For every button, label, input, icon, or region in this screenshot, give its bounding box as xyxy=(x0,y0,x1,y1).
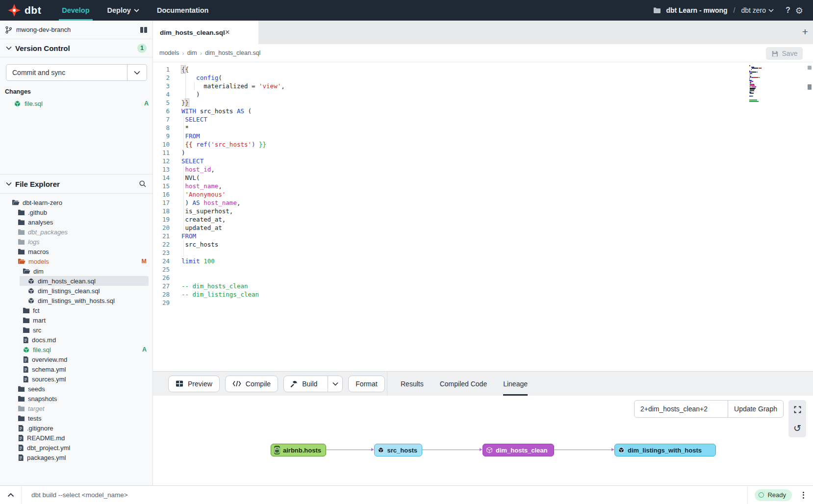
folder-icon xyxy=(653,7,661,14)
compile-button[interactable]: Compile xyxy=(225,376,278,392)
tree-item[interactable]: packages.yml xyxy=(0,453,152,462)
update-graph-button[interactable]: Update Graph xyxy=(728,401,783,417)
line-number: 24 xyxy=(153,257,170,265)
breadcrumb-item[interactable]: dim_hosts_clean.sql xyxy=(205,50,260,56)
tree-item[interactable]: .gitignore xyxy=(0,423,152,433)
code-line: 28-- dim_listings_clean xyxy=(153,290,813,299)
tree-item[interactable]: docs.md xyxy=(0,335,152,345)
line-number: 7 xyxy=(153,115,170,124)
command-input[interactable] xyxy=(22,486,747,504)
scrollbar-mark[interactable] xyxy=(808,66,812,70)
tree-item-label: macros xyxy=(28,248,49,255)
dbt-logo[interactable]: dbt xyxy=(8,4,41,17)
tree-item[interactable]: tests xyxy=(0,413,152,423)
line-number: 13 xyxy=(153,165,170,174)
tree-item[interactable]: sources.yml xyxy=(0,374,152,384)
tree-item[interactable]: dbt_packages xyxy=(0,227,152,237)
chevron-up-icon xyxy=(7,493,14,497)
tree-item[interactable]: dbt_project.yml xyxy=(0,443,152,453)
tree-item[interactable]: macros xyxy=(0,247,152,256)
status-badge[interactable]: Ready xyxy=(755,489,792,501)
reset-view-icon[interactable]: ↺ xyxy=(788,419,806,437)
code-line: 17 ) AS host_name, xyxy=(153,199,813,207)
nav-item-deploy[interactable]: Deploy xyxy=(107,0,139,21)
tree-item[interactable]: dim_listings_clean.sql xyxy=(0,286,152,296)
tree-item[interactable]: dim xyxy=(0,266,152,276)
lineage-selector-input[interactable] xyxy=(635,401,728,417)
tree-item[interactable]: overview.md xyxy=(0,354,152,364)
search-icon[interactable] xyxy=(139,180,147,188)
model-icon xyxy=(23,346,30,353)
tree-item[interactable]: analyses xyxy=(0,217,152,227)
tree-item[interactable]: fct xyxy=(0,305,152,315)
tree-item[interactable]: dbt-learn-zero xyxy=(0,198,152,207)
tree-item[interactable]: target xyxy=(0,403,152,413)
code-editor[interactable]: 1{{2 config(3 materialized = 'view',4 )5… xyxy=(153,62,813,371)
version-control-header[interactable]: Version Control 1 xyxy=(0,39,152,57)
tree-item[interactable]: README.md xyxy=(0,433,152,443)
kebab-menu-icon[interactable] xyxy=(801,490,806,501)
file-explorer-header[interactable]: File Explorer xyxy=(0,174,152,194)
folder-icon xyxy=(18,395,25,402)
lineage-node-model[interactable]: dim_listings_with_hosts xyxy=(614,444,716,456)
commit-and-sync-button[interactable]: Commit and sync xyxy=(6,64,147,81)
lineage-edge xyxy=(554,450,613,450)
fullscreen-icon[interactable] xyxy=(788,400,806,419)
commit-options-dropdown[interactable] xyxy=(127,65,147,80)
code-line: 18 is_superhost, xyxy=(153,207,813,215)
tree-item-label: target xyxy=(28,405,44,412)
nav-item-develop[interactable]: Develop xyxy=(62,0,89,21)
tree-item[interactable]: snapshots xyxy=(0,394,152,403)
breadcrumb-item[interactable]: models xyxy=(159,50,179,56)
minimap[interactable] xyxy=(749,65,769,103)
line-number: 2 xyxy=(153,74,170,82)
folder-icon xyxy=(23,317,30,324)
nav-item-documentation[interactable]: Documentation xyxy=(157,0,209,21)
scrollbar-mark[interactable] xyxy=(808,84,812,90)
top-nav: dbt Develop Deploy Documentation dbt Lea… xyxy=(0,0,813,21)
file-icon xyxy=(18,425,24,432)
file-icon xyxy=(23,376,29,383)
tree-item-label: analyses xyxy=(28,219,53,226)
tree-item[interactable]: file.sqlA xyxy=(0,345,152,354)
tree-item[interactable]: modelsM xyxy=(0,256,152,266)
breadcrumb-item[interactable]: dim xyxy=(187,50,197,56)
tab-results[interactable]: Results xyxy=(401,372,424,396)
tree-item[interactable]: dim_listings_with_hosts.sql xyxy=(0,296,152,305)
file-icon xyxy=(23,366,29,373)
tree-item[interactable]: src xyxy=(0,325,152,335)
model-icon xyxy=(27,287,35,295)
chevron-down-icon xyxy=(6,182,12,186)
tree-item[interactable]: schema.yml xyxy=(0,364,152,374)
line-number: 28 xyxy=(153,290,170,299)
tree-item[interactable]: seeds xyxy=(0,384,152,394)
save-button[interactable]: Save xyxy=(766,47,803,60)
editor-tab[interactable]: dim_hosts_clean.sql × xyxy=(153,21,258,44)
build-button[interactable]: Build xyxy=(283,376,343,392)
tab-compiled-code[interactable]: Compiled Code xyxy=(440,372,487,396)
tree-item-label: dbt-learn-zero xyxy=(23,199,62,206)
lineage-node-model[interactable]: src_hosts xyxy=(374,444,422,456)
help-icon[interactable]: ? xyxy=(786,6,790,15)
project-name[interactable]: dbt Learn - mwong xyxy=(666,6,727,14)
build-options-dropdown[interactable] xyxy=(328,376,342,392)
preview-button[interactable]: Preview xyxy=(168,376,220,392)
tree-item[interactable]: dim_hosts_clean.sql xyxy=(0,276,152,286)
format-button[interactable]: Format xyxy=(348,376,384,392)
tab-lineage[interactable]: Lineage xyxy=(503,372,528,396)
new-tab-button[interactable]: + xyxy=(802,26,808,38)
expand-panel-chevron[interactable] xyxy=(0,486,22,504)
lineage-edge xyxy=(326,450,373,450)
changed-file-row[interactable]: file.sql A xyxy=(0,98,152,109)
close-icon[interactable]: × xyxy=(225,27,230,37)
lineage-node-model[interactable]: dim_hosts_clean xyxy=(483,444,554,456)
tree-item[interactable]: logs xyxy=(0,237,152,247)
environment-selector[interactable]: dbt zero xyxy=(741,6,774,14)
tree-item[interactable]: .github xyxy=(0,207,152,217)
split-view-icon[interactable] xyxy=(140,26,148,33)
tree-item[interactable]: mart xyxy=(0,315,152,325)
tree-item-label: .gitignore xyxy=(27,425,53,432)
gear-icon[interactable]: ⚙ xyxy=(795,5,803,16)
lineage-node-source[interactable]: airbnb.hosts xyxy=(271,444,326,456)
code-line: 23 xyxy=(153,249,813,257)
